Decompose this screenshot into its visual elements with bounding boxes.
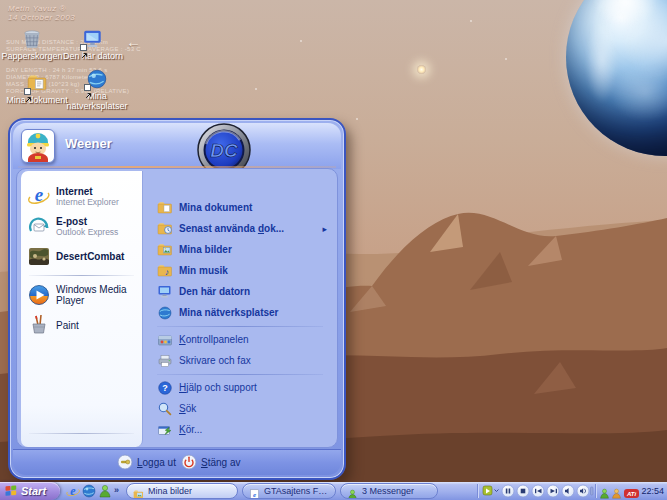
- windows-media-player-icon: [27, 283, 51, 307]
- wallpaper-back-arrow: ←: [126, 33, 141, 50]
- submenu-arrow-icon: ▸: [322, 224, 327, 234]
- start-menu-footer: Logga ut Stäng av: [13, 449, 341, 475]
- quicklaunch-internet-explorer-icon[interactable]: e: [66, 484, 80, 498]
- tray-messenger-icon[interactable]: [599, 485, 611, 497]
- menu-item-my-music[interactable]: ♪ Min musik: [155, 260, 333, 281]
- wallpaper-signature: Metin Yavuz ® 14 October 2003: [8, 4, 75, 22]
- menu-item-label: Mina nätverksplatser: [179, 307, 279, 318]
- log-off-label: Logga ut: [137, 457, 176, 468]
- desktop-icon-recycle-bin[interactable]: Papperskorgen: [1, 28, 63, 61]
- my-documents-icon: [157, 200, 173, 216]
- menu-item-run[interactable]: Kör...: [155, 419, 333, 440]
- media-player-deskband[interactable]: [482, 483, 594, 499]
- start-button-label: Start: [21, 485, 46, 497]
- my-documents-icon: [26, 72, 48, 94]
- menu-item-my-pictures[interactable]: Mina bilder: [155, 239, 333, 260]
- outlook-express-icon: [27, 214, 51, 238]
- signature-name: Metin Yavuz ®: [8, 4, 75, 13]
- desktop-icon-network-places[interactable]: Mina nätverksplatser: [66, 68, 128, 111]
- taskbar-button-mina-bilder[interactable]: Mina bilder: [126, 483, 238, 499]
- internet-page-icon: e: [249, 486, 260, 497]
- menu-item-email[interactable]: E-post Outlook Express: [21, 211, 142, 241]
- taskbar: Start e »: [0, 482, 667, 500]
- shortcut-arrow-badge: [80, 44, 87, 51]
- taskbar-button-messenger[interactable]: 3 Messenger: [340, 483, 438, 499]
- messenger-buddy-icon: [347, 486, 358, 497]
- menu-item-label: Mina bilder: [179, 244, 232, 255]
- printer-icon: [157, 353, 173, 369]
- desktop-screen: Metin Yavuz ® 14 October 2003 SUN MEAN D…: [0, 0, 667, 500]
- menu-item-label: Sök: [179, 403, 196, 414]
- menu-item-label: Den här datorn: [179, 286, 250, 297]
- desktop-icon-label: Mina dokument: [6, 95, 68, 105]
- menu-item-title: Windows Media Player: [56, 284, 138, 306]
- windows-flag-icon: [5, 485, 17, 497]
- menu-item-help-support[interactable]: ? Hjälp och support: [155, 377, 333, 398]
- desktop-icon-label: Mina nätverksplatser: [66, 91, 128, 111]
- tray-buddy-icon[interactable]: [611, 485, 623, 497]
- menu-item-subtitle: Outlook Express: [56, 227, 118, 237]
- menu-item-title: E-post: [56, 216, 118, 227]
- menu-item-my-computer[interactable]: Den här datorn: [155, 281, 333, 302]
- menu-item-my-documents[interactable]: Mina dokument: [155, 197, 333, 218]
- shut-down-label: Stäng av: [201, 457, 240, 468]
- start-button[interactable]: Start: [0, 482, 60, 500]
- log-off-button[interactable]: Logga ut: [117, 454, 176, 470]
- menu-item-internet[interactable]: e Internet Internet Explorer: [21, 181, 142, 211]
- taskbar-divider: [595, 484, 597, 498]
- svg-text:e: e: [253, 491, 256, 499]
- media-stop-button: [517, 485, 529, 497]
- header-divider: [18, 166, 336, 168]
- start-menu: Weener DC: [8, 118, 346, 480]
- menu-item-label: Skrivare och fax: [179, 355, 251, 366]
- taskbar-button-label: Mina bilder: [148, 486, 192, 496]
- menu-item-search[interactable]: Sök: [155, 398, 333, 419]
- quicklaunch-messenger-icon[interactable]: [98, 484, 112, 498]
- my-music-icon: ♪: [157, 263, 173, 279]
- menu-item-title: Paint: [56, 320, 79, 331]
- recent-documents-icon: [157, 221, 173, 237]
- my-computer-icon: [82, 28, 104, 50]
- menu-item-label: Hjälp och support: [179, 382, 257, 393]
- menu-item-label: Mina dokument: [179, 202, 252, 213]
- tray-ati-icon[interactable]: ATi: [624, 485, 639, 497]
- media-next-button: [547, 485, 559, 497]
- menu-separator: [157, 326, 323, 327]
- user-avatar[interactable]: [21, 129, 55, 163]
- media-mute-button: [562, 485, 574, 497]
- menu-item-title: DesertCombat: [56, 251, 124, 262]
- my-computer-icon: [157, 284, 173, 300]
- taskbar-divider: [477, 484, 479, 498]
- menu-item-network-places[interactable]: Mina nätverksplatser: [155, 302, 333, 323]
- menu-item-label: Min musik: [179, 265, 228, 276]
- menu-item-control-panel[interactable]: Kontrollpanelen: [155, 329, 333, 350]
- quicklaunch-globe-icon[interactable]: [82, 484, 96, 498]
- menu-item-desertcombat[interactable]: DesertCombat: [21, 241, 142, 271]
- signature-date: 14 October 2003: [8, 13, 75, 22]
- menu-item-printers-faxes[interactable]: Skrivare och fax: [155, 350, 333, 371]
- shortcut-arrow-badge: [24, 88, 31, 95]
- quicklaunch-overflow-chevron[interactable]: »: [114, 485, 119, 495]
- menu-item-paint[interactable]: Paint: [21, 310, 142, 340]
- menu-separator: [29, 433, 134, 434]
- internet-explorer-icon: e: [27, 184, 51, 208]
- taskbar-clock[interactable]: 22:54: [641, 486, 664, 496]
- taskbar-button-gtasajtens-forum[interactable]: e GTAsajtens Forum -...: [242, 483, 336, 499]
- media-pause-button: [502, 485, 514, 497]
- start-menu-header: Weener: [13, 123, 341, 169]
- menu-item-media-player[interactable]: Windows Media Player: [21, 280, 142, 310]
- desktop-icon-my-computer[interactable]: Den här datorn: [62, 28, 124, 61]
- paint-icon: [27, 313, 51, 337]
- menu-item-recent-documents[interactable]: Senast använda dok... ▸: [155, 218, 333, 239]
- desktop-icon-label: Den här datorn: [62, 51, 124, 61]
- taskbar-button-label: GTAsajtens Forum -...: [264, 486, 329, 496]
- desktop-icon-my-documents[interactable]: Mina dokument: [6, 72, 68, 105]
- run-icon: [157, 422, 173, 438]
- pictures-folder-icon: [133, 486, 144, 497]
- start-menu-body: e Internet Internet Explorer: [16, 168, 338, 448]
- media-previous-button: [532, 485, 544, 497]
- shut-down-button[interactable]: Stäng av: [181, 454, 240, 470]
- recycle-bin-icon: [21, 28, 43, 50]
- network-places-icon: [86, 68, 108, 90]
- username: Weener: [65, 136, 112, 151]
